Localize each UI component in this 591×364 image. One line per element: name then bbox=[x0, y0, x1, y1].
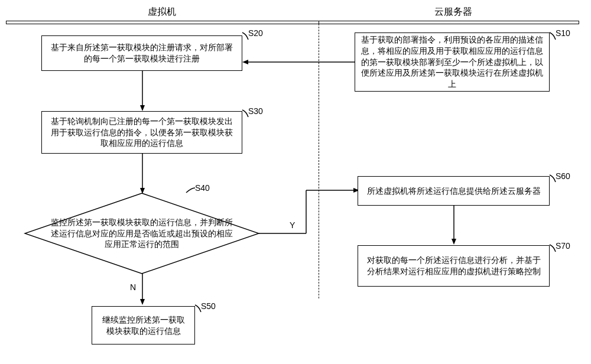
leader-s40 bbox=[183, 188, 197, 202]
header-vm: 虚拟机 bbox=[148, 6, 176, 18]
label-n: N bbox=[130, 282, 136, 292]
leader-s60 bbox=[547, 175, 558, 187]
svg-marker-12 bbox=[140, 299, 145, 305]
arrow-s40-n bbox=[139, 274, 146, 306]
box-s70: 对获取的每一个所述运行信息进行分析，并基于分析结果对运行相应应用的虚拟机进行策略… bbox=[358, 245, 550, 287]
leader-s50 bbox=[192, 305, 204, 317]
leader-s30 bbox=[239, 110, 251, 122]
svg-marker-3 bbox=[140, 105, 145, 111]
header-cloud: 云服务器 bbox=[434, 6, 472, 18]
label-y: Y bbox=[290, 220, 295, 230]
box-s60: 所述虚拟机将所述运行信息提供给所述云服务器 bbox=[358, 176, 550, 206]
arrow-s60-s70 bbox=[450, 206, 457, 246]
diamond-s40-text: 监控所述第一获取模块获取的运行信息，并判断所述运行信息对应的应用是否临近或超出预… bbox=[47, 206, 236, 261]
flowchart-canvas: 虚拟机 云服务器 基于获取的部署指令，利用预设的各应用的描述信息，将相应的应用及… bbox=[0, 0, 591, 364]
box-s10: 基于获取的部署指令，利用预设的各应用的描述信息，将相应的应用及用于获取相应应用的… bbox=[355, 32, 550, 92]
box-s50: 继续监控所述第一获取模块获取的运行信息 bbox=[92, 306, 195, 344]
box-s20: 基于来自所述第一获取模块的注册请求，对所部署的每一个第一获取模块进行注册 bbox=[41, 35, 242, 71]
leader-s10 bbox=[547, 32, 558, 44]
arrow-s20-s30 bbox=[139, 71, 146, 112]
arrow-s10-s20 bbox=[242, 59, 358, 65]
arrow-s30-s40 bbox=[139, 154, 146, 195]
leader-s70 bbox=[547, 245, 558, 256]
leader-s20 bbox=[239, 32, 251, 44]
arrow-s40-y bbox=[259, 189, 361, 236]
header-line-bottom bbox=[6, 24, 579, 24]
box-s30: 基于轮询机制向已注册的每一个第一获取模块发出用于获取运行信息的指令，以便各第一获… bbox=[41, 111, 242, 154]
header-tick-right bbox=[579, 21, 579, 24]
header-tick-left bbox=[6, 21, 7, 24]
svg-marker-1 bbox=[242, 60, 248, 64]
svg-marker-14 bbox=[452, 239, 456, 245]
header-line-top bbox=[6, 21, 579, 21]
